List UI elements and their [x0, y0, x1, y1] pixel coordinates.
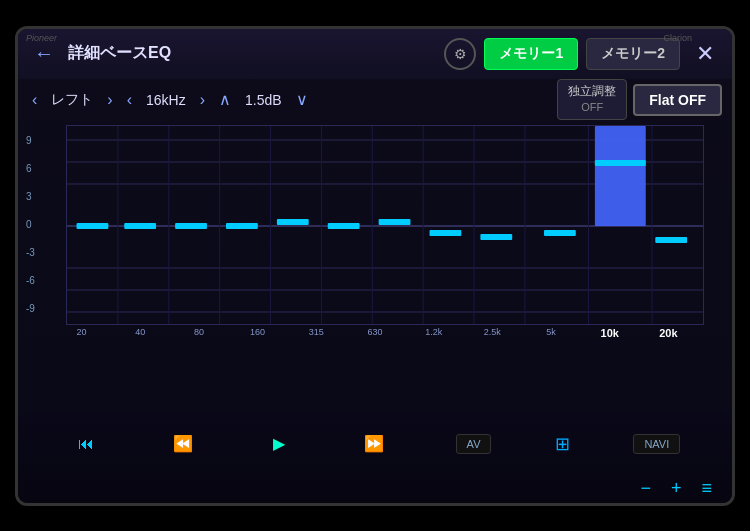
y-label-0: 0: [26, 219, 35, 230]
screen: Pioneer Clarion ← 詳細ベースEQ ⚙ メモリー1 メモリー2 …: [18, 29, 732, 414]
memory1-button[interactable]: メモリー1: [484, 38, 578, 70]
svg-rect-21: [226, 223, 258, 229]
device-frame: Pioneer Clarion ← 詳細ベースEQ ⚙ メモリー1 メモリー2 …: [15, 26, 735, 506]
clarion-brand: Clarion: [663, 33, 692, 43]
bottom-row1: ⏮ ⏪ ▶ ⏩ AV ⊞ NAVI: [18, 414, 732, 474]
y-label-minus6: -6: [26, 275, 35, 286]
freq-40: 40: [115, 327, 166, 339]
windows-button[interactable]: ⊞: [555, 433, 570, 455]
svg-rect-27: [544, 230, 576, 236]
freq-next-button[interactable]: ›: [196, 89, 209, 111]
freq-20k: 20k: [643, 327, 694, 339]
prev-button[interactable]: ⏮: [70, 431, 102, 457]
plus-button[interactable]: +: [671, 478, 682, 499]
y-label-minus3: -3: [26, 247, 35, 258]
eq-chart: [66, 125, 704, 325]
av-button[interactable]: AV: [456, 434, 492, 454]
minus-button[interactable]: −: [640, 478, 651, 499]
channel-label: レフト: [47, 91, 97, 109]
settings-button[interactable]: ⚙: [444, 38, 476, 70]
freq-5k: 5k: [526, 327, 577, 339]
gain-label: 1.5dB: [241, 92, 286, 108]
freq-1k2: 1.2k: [408, 327, 459, 339]
svg-rect-26: [480, 234, 512, 240]
menu-button[interactable]: ≡: [701, 478, 712, 499]
bottom-row2: − + ≡: [18, 474, 732, 503]
freq-label: 16kHz: [142, 92, 190, 108]
freq-2k5: 2.5k: [467, 327, 518, 339]
y-label-3: 3: [26, 191, 35, 202]
svg-rect-20: [175, 223, 207, 229]
play-button[interactable]: ▶: [265, 430, 293, 457]
svg-rect-23: [328, 223, 360, 229]
freq-labels-row: 20 40 80 160 315 630 1.2k 2.5k 5k 10k 20…: [56, 327, 694, 339]
eq-grid-svg: [67, 126, 703, 324]
freq-315: 315: [291, 327, 342, 339]
pioneer-brand: Pioneer: [26, 33, 57, 43]
freq-10k: 10k: [584, 327, 635, 339]
svg-rect-30: [655, 237, 687, 243]
rewind-button[interactable]: ⏪: [165, 430, 201, 457]
independent-button[interactable]: 独立調整 OFF: [557, 79, 627, 120]
gain-down-button[interactable]: ∨: [292, 88, 312, 111]
svg-rect-25: [430, 230, 462, 236]
channel-prev-button[interactable]: ‹: [28, 89, 41, 111]
bottom-controls: ⏮ ⏪ ▶ ⏩ AV ⊞ NAVI − + ≡: [18, 414, 732, 503]
svg-rect-22: [277, 219, 309, 225]
page-title: 詳細ベースEQ: [68, 43, 436, 64]
close-button[interactable]: ✕: [688, 39, 722, 69]
navi-button[interactable]: NAVI: [633, 434, 680, 454]
flat-off-button[interactable]: Flat OFF: [633, 84, 722, 116]
y-label-minus9: -9: [26, 303, 35, 314]
freq-20: 20: [56, 327, 107, 339]
svg-rect-18: [77, 223, 109, 229]
svg-rect-19: [124, 223, 156, 229]
channel-next-button[interactable]: ›: [103, 89, 116, 111]
freq-prev-button[interactable]: ‹: [123, 89, 136, 111]
independent-label: 独立調整: [568, 84, 616, 98]
svg-rect-24: [379, 219, 411, 225]
back-button[interactable]: ←: [28, 40, 60, 67]
freq-80: 80: [173, 327, 224, 339]
y-label-9: 9: [26, 135, 35, 146]
y-label-6: 6: [26, 163, 35, 174]
independent-status: OFF: [581, 101, 603, 113]
forward-button[interactable]: ⏩: [356, 430, 392, 457]
header: ← 詳細ベースEQ ⚙ メモリー1 メモリー2 ✕: [18, 29, 732, 79]
freq-160: 160: [232, 327, 283, 339]
svg-rect-28: [595, 126, 646, 226]
freq-630: 630: [349, 327, 400, 339]
controls-row: ‹ レフト › ‹ 16kHz › ∧ 1.5dB ∨ 独立調整 OFF Fla…: [18, 79, 732, 121]
gain-up-button[interactable]: ∧: [215, 88, 235, 111]
y-axis-labels: 9 6 3 0 -3 -6 -9: [26, 125, 35, 325]
svg-rect-29: [595, 160, 646, 166]
